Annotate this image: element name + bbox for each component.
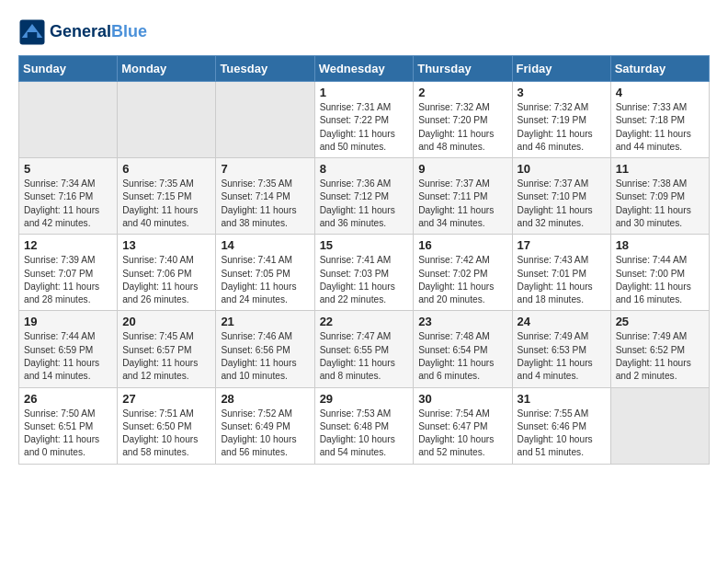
day-number: 26 — [24, 392, 112, 406]
calendar-cell: 24Sunrise: 7:49 AM Sunset: 6:53 PM Dayli… — [512, 311, 610, 387]
calendar-week-row: 5Sunrise: 7:34 AM Sunset: 7:16 PM Daylig… — [19, 158, 710, 235]
day-number: 16 — [418, 238, 506, 252]
calendar-cell: 27Sunrise: 7:51 AM Sunset: 6:50 PM Dayli… — [118, 387, 216, 464]
day-info: Sunrise: 7:32 AM Sunset: 7:20 PM Dayligh… — [418, 101, 506, 154]
calendar-cell: 31Sunrise: 7:55 AM Sunset: 6:46 PM Dayli… — [512, 387, 610, 464]
column-header-saturday: Saturday — [610, 56, 709, 82]
logo: GeneralBlue — [18, 18, 147, 46]
day-number: 8 — [320, 162, 409, 176]
day-number: 25 — [616, 315, 704, 328]
day-number: 17 — [518, 238, 606, 252]
calendar-week-row: 26Sunrise: 7:50 AM Sunset: 6:51 PM Dayli… — [19, 387, 710, 464]
calendar-cell: 14Sunrise: 7:41 AM Sunset: 7:05 PM Dayli… — [216, 235, 314, 311]
day-info: Sunrise: 7:52 AM Sunset: 6:49 PM Dayligh… — [221, 408, 309, 460]
day-info: Sunrise: 7:47 AM Sunset: 6:55 PM Dayligh… — [320, 330, 409, 383]
calendar-cell — [216, 82, 314, 158]
day-number: 27 — [122, 392, 210, 406]
day-number: 24 — [518, 315, 606, 328]
calendar-cell: 9Sunrise: 7:37 AM Sunset: 7:11 PM Daylig… — [414, 158, 512, 235]
calendar-cell: 10Sunrise: 7:37 AM Sunset: 7:10 PM Dayli… — [512, 158, 610, 235]
day-number: 6 — [122, 162, 210, 176]
calendar-cell: 29Sunrise: 7:53 AM Sunset: 6:48 PM Dayli… — [314, 387, 414, 464]
day-number: 23 — [418, 315, 506, 328]
day-info: Sunrise: 7:32 AM Sunset: 7:19 PM Dayligh… — [518, 101, 606, 154]
calendar-cell: 21Sunrise: 7:46 AM Sunset: 6:56 PM Dayli… — [216, 311, 314, 387]
column-header-monday: Monday — [118, 56, 216, 82]
calendar-cell: 22Sunrise: 7:47 AM Sunset: 6:55 PM Dayli… — [314, 311, 414, 387]
day-info: Sunrise: 7:46 AM Sunset: 6:56 PM Dayligh… — [221, 330, 309, 383]
day-number: 18 — [616, 238, 704, 252]
column-header-thursday: Thursday — [414, 56, 512, 82]
calendar-cell: 12Sunrise: 7:39 AM Sunset: 7:07 PM Dayli… — [19, 235, 118, 311]
day-number: 1 — [320, 86, 409, 99]
calendar-header-row: SundayMondayTuesdayWednesdayThursdayFrid… — [19, 56, 710, 82]
day-info: Sunrise: 7:43 AM Sunset: 7:01 PM Dayligh… — [518, 254, 606, 306]
day-number: 3 — [518, 86, 606, 99]
calendar-cell: 13Sunrise: 7:40 AM Sunset: 7:06 PM Dayli… — [118, 235, 216, 311]
calendar-cell — [19, 82, 118, 158]
calendar-week-row: 12Sunrise: 7:39 AM Sunset: 7:07 PM Dayli… — [19, 235, 710, 311]
day-info: Sunrise: 7:37 AM Sunset: 7:11 PM Dayligh… — [418, 178, 506, 230]
calendar-cell: 1Sunrise: 7:31 AM Sunset: 7:22 PM Daylig… — [314, 82, 414, 158]
day-info: Sunrise: 7:35 AM Sunset: 7:15 PM Dayligh… — [122, 178, 210, 230]
day-number: 9 — [418, 162, 506, 176]
column-header-friday: Friday — [512, 56, 610, 82]
day-info: Sunrise: 7:41 AM Sunset: 7:03 PM Dayligh… — [320, 254, 409, 306]
day-number: 12 — [24, 238, 112, 252]
day-info: Sunrise: 7:44 AM Sunset: 7:00 PM Dayligh… — [616, 254, 704, 306]
day-number: 11 — [616, 162, 704, 176]
calendar-cell: 4Sunrise: 7:33 AM Sunset: 7:18 PM Daylig… — [610, 82, 709, 158]
calendar-cell — [118, 82, 216, 158]
column-header-wednesday: Wednesday — [314, 56, 414, 82]
day-info: Sunrise: 7:35 AM Sunset: 7:14 PM Dayligh… — [221, 178, 309, 230]
day-info: Sunrise: 7:53 AM Sunset: 6:48 PM Dayligh… — [320, 408, 409, 460]
day-number: 13 — [122, 238, 210, 252]
day-info: Sunrise: 7:54 AM Sunset: 6:47 PM Dayligh… — [418, 408, 506, 460]
day-info: Sunrise: 7:37 AM Sunset: 7:10 PM Dayligh… — [518, 178, 606, 230]
calendar-cell: 16Sunrise: 7:42 AM Sunset: 7:02 PM Dayli… — [414, 235, 512, 311]
day-number: 7 — [221, 162, 309, 176]
calendar-cell: 28Sunrise: 7:52 AM Sunset: 6:49 PM Dayli… — [216, 387, 314, 464]
calendar-cell: 15Sunrise: 7:41 AM Sunset: 7:03 PM Dayli… — [314, 235, 414, 311]
calendar-cell: 23Sunrise: 7:48 AM Sunset: 6:54 PM Dayli… — [414, 311, 512, 387]
calendar-cell: 25Sunrise: 7:49 AM Sunset: 6:52 PM Dayli… — [610, 311, 709, 387]
day-number: 5 — [24, 162, 112, 176]
calendar-cell: 30Sunrise: 7:54 AM Sunset: 6:47 PM Dayli… — [414, 387, 512, 464]
day-info: Sunrise: 7:39 AM Sunset: 7:07 PM Dayligh… — [24, 254, 112, 306]
day-number: 30 — [418, 392, 506, 406]
day-info: Sunrise: 7:40 AM Sunset: 7:06 PM Dayligh… — [122, 254, 210, 306]
column-header-tuesday: Tuesday — [216, 56, 314, 82]
calendar-cell: 8Sunrise: 7:36 AM Sunset: 7:12 PM Daylig… — [314, 158, 414, 235]
day-number: 4 — [616, 86, 704, 99]
svg-rect-2 — [28, 32, 38, 38]
calendar-cell: 6Sunrise: 7:35 AM Sunset: 7:15 PM Daylig… — [118, 158, 216, 235]
day-number: 19 — [24, 315, 112, 328]
day-info: Sunrise: 7:49 AM Sunset: 6:52 PM Dayligh… — [616, 330, 704, 383]
day-info: Sunrise: 7:55 AM Sunset: 6:46 PM Dayligh… — [518, 408, 606, 460]
calendar-cell: 2Sunrise: 7:32 AM Sunset: 7:20 PM Daylig… — [414, 82, 512, 158]
day-number: 14 — [221, 238, 309, 252]
day-info: Sunrise: 7:36 AM Sunset: 7:12 PM Dayligh… — [320, 178, 409, 230]
calendar-cell: 7Sunrise: 7:35 AM Sunset: 7:14 PM Daylig… — [216, 158, 314, 235]
calendar-cell: 26Sunrise: 7:50 AM Sunset: 6:51 PM Dayli… — [19, 387, 118, 464]
day-info: Sunrise: 7:51 AM Sunset: 6:50 PM Dayligh… — [122, 408, 210, 460]
calendar-cell: 11Sunrise: 7:38 AM Sunset: 7:09 PM Dayli… — [610, 158, 709, 235]
day-info: Sunrise: 7:50 AM Sunset: 6:51 PM Dayligh… — [24, 408, 112, 460]
day-number: 31 — [518, 392, 606, 406]
day-info: Sunrise: 7:38 AM Sunset: 7:09 PM Dayligh… — [616, 178, 704, 230]
day-info: Sunrise: 7:48 AM Sunset: 6:54 PM Dayligh… — [418, 330, 506, 383]
column-header-sunday: Sunday — [19, 56, 118, 82]
calendar-cell: 17Sunrise: 7:43 AM Sunset: 7:01 PM Dayli… — [512, 235, 610, 311]
calendar-cell: 18Sunrise: 7:44 AM Sunset: 7:00 PM Dayli… — [610, 235, 709, 311]
logo-icon — [18, 18, 46, 46]
calendar-week-row: 1Sunrise: 7:31 AM Sunset: 7:22 PM Daylig… — [19, 82, 710, 158]
day-info: Sunrise: 7:31 AM Sunset: 7:22 PM Dayligh… — [320, 101, 409, 154]
day-number: 15 — [320, 238, 409, 252]
day-info: Sunrise: 7:42 AM Sunset: 7:02 PM Dayligh… — [418, 254, 506, 306]
day-number: 20 — [122, 315, 210, 328]
day-number: 28 — [221, 392, 309, 406]
day-info: Sunrise: 7:45 AM Sunset: 6:57 PM Dayligh… — [122, 330, 210, 383]
day-info: Sunrise: 7:41 AM Sunset: 7:05 PM Dayligh… — [221, 254, 309, 306]
day-number: 29 — [320, 392, 409, 406]
day-info: Sunrise: 7:44 AM Sunset: 6:59 PM Dayligh… — [24, 330, 112, 383]
